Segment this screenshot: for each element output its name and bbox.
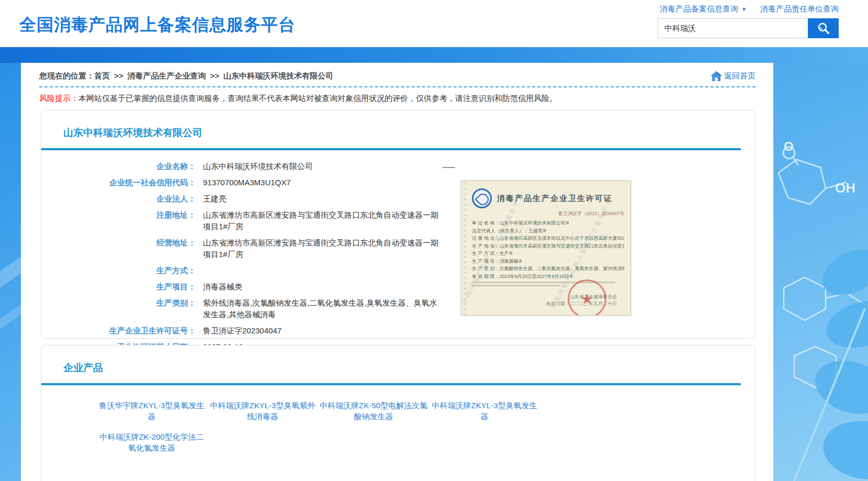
search-button[interactable] [808,18,839,38]
nav-link-label: 消毒产品责任单位查询 [760,4,839,14]
field-value: 山东省潍坊市高新区潍安路与宝通街交叉路口东北角自动变速器一期项目1#厂房 [203,237,443,260]
field-row-company-name: 企业名称： 山东中科瑞沃环境技术有限公司 [41,161,755,172]
field-label: 企业名称： [41,161,196,172]
certificate-line: 生 产 地 址：山东省潍坊市高新区潍安路与宝通街交叉路口东北角自动变速器一期项目… [472,242,624,250]
field-row-license-number: 生产企业卫生许可证号： 鲁卫消证字202304047 [41,325,755,337]
dash-mark [443,167,455,168]
field-value: 91370700MA3M3U1QX7 [203,177,291,188]
field-label: 生产企业卫生许可证号： [41,325,196,337]
product-link-5[interactable]: 中科瑞沃牌ZK-200型化学法二氧化氯发生器 [96,431,207,453]
products-card: 企业产品 鲁沃华宇牌ZKYL-3型臭氧发生器 中科瑞沃牌ZKYL-3型臭氧紫外线… [41,345,756,481]
field-value: 鲁卫消证字202304047 [203,325,281,337]
back-home-link[interactable]: 返回首页 [711,71,756,81]
field-row-production-mode: 生产方式： [41,265,755,276]
home-icon [711,71,722,81]
search-icon [817,21,830,35]
search-input[interactable] [658,18,808,38]
risk-text: 本网站仅基于已掌握的信息提供查询服务，查询结果不代表本网站对被查询对象信用状况的… [78,94,557,103]
decor-o-label: O [784,139,794,153]
products-card-title: 企业产品 [41,345,755,375]
decor-oh-label: OH [835,180,855,196]
top-header: 全国消毒产品网上备案信息服务平台 消毒产品备案信息查询 ▼ 消毒产品责任单位查询 [0,0,868,47]
company-card-title: 山东中科瑞沃环境技术有限公司 [41,110,755,140]
certificate-header: 消毒产品生产企业卫生许可证 [472,188,624,208]
back-home-label: 返回首页 [724,71,756,81]
risk-notice: 风险提示：本网站仅基于已掌握的信息提供查询服务，查询结果不代表本网站对被查询对象… [21,87,773,104]
company-card: 山东中科瑞沃环境技术有限公司 企业名称： 山东中科瑞沃环境技术有限公司 企业统一… [41,110,756,339]
certificate-line: 注 册 地 址：山东省潍坊高新区玉清东街以北中心次干道以西高新大厦502号科苑 [472,234,624,242]
field-label: 经营地址： [41,237,196,249]
breadcrumb-home-link[interactable]: 首页 [94,71,110,80]
blue-divider-band [0,47,868,63]
breadcrumb-separator: >> [210,71,220,80]
flower-petals [808,240,868,481]
page-body: OH O 您现在的位置：首页>>消毒产品生产企业查询>>山东中科瑞沃环境技术有限… [0,63,868,481]
breadcrumb-row: 您现在的位置：首页>>消毒产品生产企业查询>>山东中科瑞沃环境技术有限公司 返回… [21,63,773,81]
field-value: 消毒器械类 [203,281,242,293]
breadcrumb: 您现在的位置：首页>>消毒产品生产企业查询>>山东中科瑞沃环境技术有限公司 [39,71,333,81]
breadcrumb-separator: >> [114,71,123,80]
accent-line [41,383,741,385]
field-label: 注册地址： [41,209,196,221]
certificate-line: 生 产 类 别：次氯酸钠发生器、二氧化氯发生器、臭氧发生器、紫外线消毒器※ [472,265,624,273]
certificate-line: 法定代表人（或负责人）：王建亮※ [472,227,624,235]
field-row-production-category: 生产类别： 紫外线消毒器,次氯酸钠发生器,二氧化氯发生器,臭氧发生器、臭氧水发生… [41,297,755,320]
field-row-business-address: 经营地址： 山东省潍坊市高新区潍安路与宝通街交叉路口东北角自动变速器一期项目1#… [41,237,755,260]
field-row-credit-code: 企业统一社会信用代码： 91370700MA3M3U1QX7 [41,177,755,188]
field-value: 山东省潍坊市高新区潍安路与宝通街交叉路口东北角自动变速器一期项目1#厂房 [203,209,443,232]
certificate-line: 单 位 名 称：山东中科瑞沃环境技术有限公司※ [472,219,624,227]
breadcrumb-current: 山东中科瑞沃环境技术有限公司 [223,71,333,80]
field-label: 生产项目： [41,281,196,293]
product-list: 鲁沃华宇牌ZKYL-3型臭氧发生器 中科瑞沃牌ZKYL-3型臭氧紫外线消毒器 中… [96,400,540,463]
field-label: 生产类别： [41,297,196,309]
nav-link-label: 消毒产品备案信息查询 [660,4,738,14]
seal-star-icon: ★ [581,291,593,307]
header-right: 消毒产品备案信息查询 ▼ 消毒产品责任单位查询 [546,4,839,38]
certificate-lines: 单 位 名 称：山东中科瑞沃环境技术有限公司※ 法定代表人（或负责人）：王建亮※… [472,219,624,280]
field-row-registered-address: 注册地址： 山东省潍坊市高新区潍安路与宝通街交叉路口东北角自动变速器一期项目1#… [41,209,755,232]
field-label: 生产方式： [41,265,196,276]
field-value: 王建亮 [203,193,227,205]
product-link-4[interactable]: 中科瑞沃牌ZKYL-3型臭氧发生器 [429,400,540,422]
breadcrumb-section-link[interactable]: 消毒产品生产企业查询 [128,71,206,80]
field-label: 企业法人： [41,193,196,205]
field-value: 紫外线消毒器,次氯酸钠发生器,二氧化氯发生器,臭氧发生器、臭氧水发生器,其他器械… [203,297,443,320]
license-certificate-image: 全国消毒产品网上备案信息服务平台 全国消毒产品网上备案信息服务平台 消毒产品生产… [461,181,631,316]
nav-link-responsible-unit-query[interactable]: 消毒产品责任单位查询 [760,4,839,14]
main-content: 您现在的位置：首页>>消毒产品生产企业查询>>山东中科瑞沃环境技术有限公司 返回… [21,63,773,481]
nav-link-record-info-query[interactable]: 消毒产品备案信息查询 ▼ [660,4,747,14]
certificate-line: 生 产 项 目：消毒器械※ [472,258,624,265]
certificate-emblem-icon [472,188,492,208]
search-bar [546,18,839,38]
breadcrumb-prefix: 您现在的位置： [39,71,94,80]
product-link-3[interactable]: 中科瑞沃牌ZK-50型电解法次氯酸钠发生器 [318,400,429,422]
certificate-line: 生 产 方 式：生产※ [472,250,624,258]
field-row-legal-person: 企业法人： 王建亮 [41,193,755,205]
field-row-production-project: 生产项目： 消毒器械类 [41,281,755,293]
left-background-decor [0,63,21,481]
risk-label: 风险提示： [39,94,78,103]
site-title: 全国消毒产品网上备案信息服务平台 [19,14,296,37]
certificate-red-seal: ★ [568,279,606,316]
certificate-line: 有 效 期 限：2023年9月20日至2027年9月19日※ [472,273,624,281]
field-value: 山东中科瑞沃环境技术有限公司 [203,161,313,172]
chevron-down-icon: ▼ [741,6,747,12]
field-label: 企业统一社会信用代码： [41,177,196,188]
product-link-2[interactable]: 中科瑞沃牌ZKYL-3型臭氧紫外线消毒器 [207,400,318,422]
company-fields: 企业名称： 山东中科瑞沃环境技术有限公司 企业统一社会信用代码： 9137070… [41,150,755,353]
top-nav: 消毒产品备案信息查询 ▼ 消毒产品责任单位查询 [546,4,839,14]
right-background-decor: OH O [773,63,868,481]
product-link-1[interactable]: 鲁沃华宇牌ZKYL-3型臭氧发生器 [96,400,207,422]
